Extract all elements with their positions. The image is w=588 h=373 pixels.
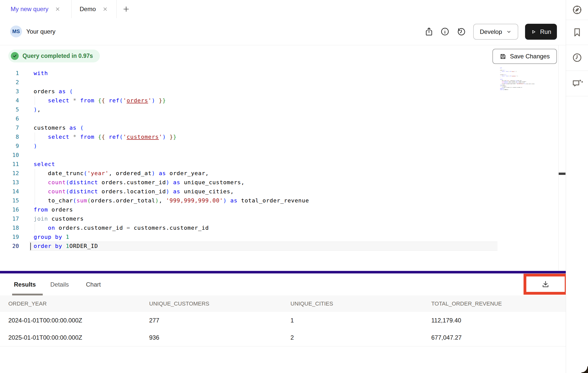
run-button[interactable]: Run [525, 24, 557, 40]
code-token: ) [223, 197, 227, 204]
code-line[interactable]: count(distinct orders.location_id) as un… [29, 187, 497, 196]
share-button[interactable] [423, 26, 435, 37]
line-number: 18 [0, 223, 19, 232]
code-token: { [98, 97, 102, 104]
editor-scrollbar-thumb[interactable] [559, 173, 566, 175]
develop-dropdown[interactable]: Develop [473, 24, 518, 40]
code-line[interactable] [29, 151, 497, 160]
code-editor[interactable]: withorders as ( select * from {{ ref('or… [29, 69, 497, 251]
history-button[interactable] [456, 26, 467, 37]
tab-details[interactable]: Details [50, 273, 69, 295]
code-token: orders.order_total [91, 197, 155, 204]
table-row[interactable]: 2025-01-01T00:00:00.000Z9362677,047.27 [0, 329, 566, 346]
code-token [105, 97, 109, 104]
close-icon[interactable] [102, 6, 108, 12]
code-line[interactable]: join customers [29, 214, 497, 223]
download-button[interactable] [541, 280, 550, 289]
code-token: select [48, 134, 70, 140]
ai-chat-button[interactable] [566, 71, 588, 96]
line-number: 19 [0, 232, 19, 242]
code-token: ( [69, 88, 73, 95]
code-token [62, 234, 66, 240]
table-cell: 1 [290, 312, 294, 329]
bookmarks-button[interactable] [566, 20, 588, 45]
code-line[interactable]: select [29, 160, 497, 169]
code-token: from [500, 85, 502, 85]
code-line[interactable]: select * from {{ ref('customers') }} [29, 132, 497, 142]
code-token: ( [66, 179, 69, 185]
code-token: * [73, 97, 77, 104]
code-line[interactable]: order by 1ORDER_ID [29, 242, 497, 251]
code-token: orders.location_id [98, 188, 166, 195]
code-token: select [502, 71, 505, 72]
code-token: orders [502, 85, 505, 85]
code-token: date_trunc [34, 170, 84, 176]
new-tab-button[interactable] [117, 0, 136, 18]
code-token [55, 88, 59, 95]
compass-icon [572, 5, 582, 15]
panel-splitter[interactable] [0, 271, 566, 273]
code-line[interactable] [29, 114, 497, 123]
avatar[interactable]: MS [10, 26, 22, 37]
code-token: distinct [69, 188, 98, 195]
code-token: customers.customer_id [130, 225, 209, 231]
code-token: { [98, 134, 102, 140]
code-token: total_order_revenue [526, 84, 534, 84]
line-number-gutter: 1234567891011121314151617181920 [0, 69, 19, 251]
indent-guide [35, 178, 35, 187]
code-token: from [34, 206, 48, 213]
code-token: count [48, 179, 66, 185]
table-cell: 112,179.40 [431, 312, 461, 329]
history-panel-button[interactable] [566, 45, 588, 71]
code-line[interactable]: select * from {{ ref('orders') }} [29, 96, 497, 105]
code-line[interactable]: orders as ( [29, 87, 497, 96]
tab-demo[interactable]: Demo [72, 0, 117, 18]
tab-chart[interactable]: Chart [86, 273, 101, 295]
close-icon[interactable] [55, 6, 60, 12]
code-token: ( [120, 134, 123, 140]
code-token: 'year' [87, 170, 109, 176]
code-token: ( [120, 97, 123, 104]
code-line[interactable]: from orders [29, 205, 497, 214]
code-line[interactable]: date_trunc('year', ordered_at) as order_… [29, 169, 497, 178]
code-line[interactable]: group by 1 [29, 232, 497, 242]
code-token: ' [123, 134, 127, 140]
code-token: orders.customer_id [503, 87, 512, 88]
save-changes-button[interactable]: Save Changes [492, 49, 557, 64]
tab-my-new-query[interactable]: My new query [0, 0, 72, 18]
code-line[interactable]: on orders.customer_id = customers.custom… [29, 223, 497, 232]
code-token: date_trunc [500, 80, 506, 81]
develop-label: Develop [480, 28, 502, 35]
info-icon [440, 27, 450, 36]
code-token: join [500, 86, 502, 87]
line-number: 5 [0, 105, 19, 114]
code-token: ( [80, 125, 84, 131]
table-row[interactable]: 2024-01-01T00:00:00.000Z2771112,179.40 [0, 312, 566, 329]
table-cell: 677,047.27 [431, 329, 462, 346]
code-token: ) [166, 179, 169, 185]
line-number: 12 [0, 169, 19, 178]
code-token: count [502, 81, 504, 82]
minimap[interactable]: withorders as ( select * from {{ ref('or… [500, 67, 538, 91]
code-line[interactable]: ) [29, 142, 497, 151]
code-token: ' [123, 97, 127, 104]
tab-results[interactable]: Results [14, 273, 36, 295]
code-token: group by [500, 88, 504, 89]
code-line[interactable]: to_char(sum(orders.order_total), '999,99… [29, 196, 497, 205]
code-token: ( [87, 197, 91, 204]
table-cell: 2025-01-01T00:00:00.000Z [8, 329, 82, 346]
code-line[interactable]: ), [29, 105, 497, 114]
code-line[interactable] [29, 78, 497, 87]
active-tab-underline [12, 294, 43, 295]
table-cell: 936 [149, 329, 159, 346]
right-sidebar [566, 0, 588, 373]
code-token: orders [34, 88, 55, 95]
info-button[interactable] [439, 26, 450, 37]
code-token: select [500, 79, 503, 80]
explore-button[interactable] [566, 0, 588, 20]
code-token [34, 134, 48, 140]
code-token [69, 134, 73, 140]
code-line[interactable]: count(distinct orders.customer_id) as un… [29, 178, 497, 187]
code-line[interactable]: customers as ( [29, 123, 497, 132]
code-line[interactable]: with [29, 69, 497, 78]
